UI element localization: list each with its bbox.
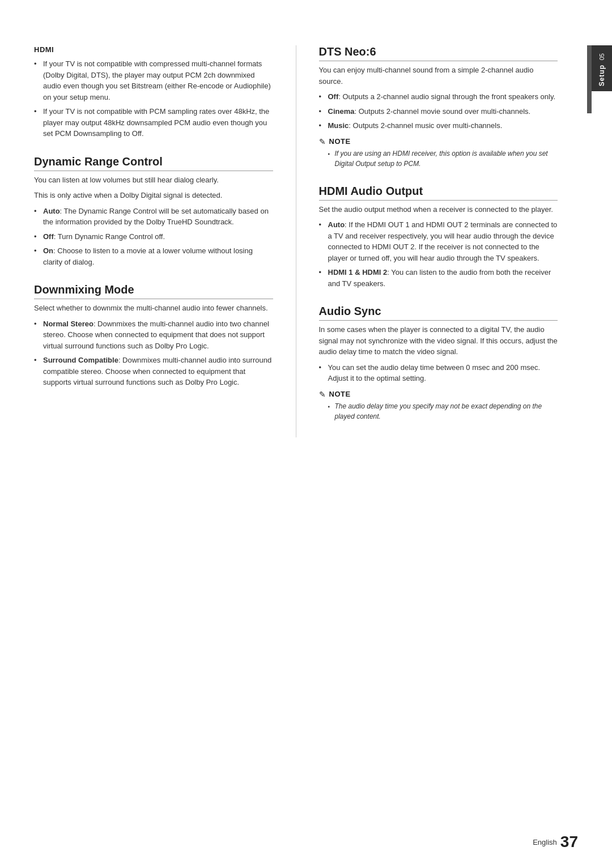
text-cinema: : Outputs 2-channel movie sound over mul… [354,107,530,116]
dynamic-range-section: Dynamic Range Control You can listen at … [34,155,273,268]
audio-sync-intro: In some cases when the player is connect… [319,324,558,358]
audio-sync-list: You can set the audio delay time between… [319,362,558,384]
term-on: On [43,246,53,255]
dynamic-range-heading: Dynamic Range Control [34,155,273,171]
list-item: HDMI 1 & HDMI 2: You can listen to the a… [319,267,558,289]
hdmi-audio-list: Auto: If the HDMI OUT 1 and HDMI OUT 2 t… [319,219,558,289]
dts-neo-section: DTS Neo:6 You can enjoy multi-channel so… [319,45,558,169]
list-item: Surround Compatible: Downmixes multi-cha… [34,355,273,388]
accent-bar [587,45,592,113]
note-label: NOTE [329,137,351,146]
hdmi-audio-section: HDMI Audio Output Set the audio output m… [319,185,558,290]
side-tab: 05 Setup [592,45,612,91]
text-on: : Choose to listen to a movie at a lower… [43,246,253,266]
downmixing-heading: Downmixing Mode [34,283,273,299]
footer-page-number: 37 [560,833,578,851]
note-list-item: If you are using an HDMI receiver, this … [328,148,558,169]
dts-neo-heading: DTS Neo:6 [319,45,558,61]
audio-sync-section: Audio Sync In some cases when the player… [319,305,558,422]
note-header-sync: ✎ NOTE [319,390,558,399]
list-item: If your TV is not compatible with compre… [34,58,273,103]
left-column: HDMI If your TV is not compatible with c… [34,45,296,437]
side-tab-number: 05 [598,53,605,60]
list-item: If your TV is not compatible with PCM sa… [34,106,273,139]
term-auto: Auto [43,207,60,215]
dts-neo-note: ✎ NOTE If you are using an HDMI receiver… [319,137,558,169]
dynamic-range-intro1: You can listen at low volumes but still … [34,175,273,186]
list-item: Auto: The Dynamic Range Control will be … [34,206,273,228]
text-auto-hdmi: : If the HDMI OUT 1 and HDMI OUT 2 termi… [328,220,558,262]
text-off-dts: : Outputs a 2-channel audio signal throu… [338,92,555,101]
list-item: Music: Outputs 2-channel music over mult… [319,120,558,131]
note-list: If you are using an HDMI receiver, this … [319,148,558,169]
term-normal-stereo: Normal Stereo [43,320,94,328]
text-music: : Outputs 2-channel music over multi-cha… [348,121,502,130]
dts-neo-list: Off: Outputs a 2-channel audio signal th… [319,91,558,131]
footer-language: English [533,838,557,846]
downmixing-list: Normal Stereo: Downmixes the multi-chann… [34,318,273,388]
term-surround: Surround Compatible [43,356,118,364]
dynamic-range-intro2: This is only active when a Dolby Digital… [34,190,273,201]
list-item: Cinema: Outputs 2-channel movie sound ov… [319,106,558,117]
hdmi-bullet-list: If your TV is not compatible with compre… [34,58,273,139]
note-list-sync: The audio delay time you specify may not… [319,401,558,422]
list-item: Normal Stereo: Downmixes the multi-chann… [34,318,273,352]
term-music: Music [328,121,349,130]
note-icon-sync: ✎ [319,390,326,399]
dynamic-range-list: Auto: The Dynamic Range Control will be … [34,206,273,268]
note-list-item-sync: The audio delay time you specify may not… [328,401,558,422]
audio-sync-note: ✎ NOTE The audio delay time you specify … [319,390,558,422]
list-item: Auto: If the HDMI OUT 1 and HDMI OUT 2 t… [319,219,558,263]
downmixing-section: Downmixing Mode Select whether to downmi… [34,283,273,388]
dts-neo-intro: You can enjoy multi-channel sound from a… [319,65,558,87]
term-hdmi12: HDMI 1 & HDMI 2 [328,268,388,276]
note-label-sync: NOTE [329,390,351,398]
hdmi-audio-intro: Set the audio output method when a recei… [319,204,558,215]
page-container: 05 Setup HDMI If your TV is not compatib… [0,0,612,868]
downmixing-intro: Select whether to downmix the multi-chan… [34,303,273,314]
content-wrapper: HDMI If your TV is not compatible with c… [0,23,592,460]
term-cinema: Cinema [328,107,355,116]
right-column: DTS Neo:6 You can enjoy multi-channel so… [296,45,558,437]
list-item: Off: Outputs a 2-channel audio signal th… [319,91,558,103]
note-icon: ✎ [319,137,326,146]
text-audio-sync: You can set the audio delay time between… [328,363,541,383]
term-off: Off [43,232,54,241]
hdmi-heading: HDMI [34,45,273,54]
note-header: ✎ NOTE [319,137,558,146]
footer: English 37 [533,833,578,851]
side-tab-label: Setup [598,60,606,91]
term-off-dts: Off [328,92,339,101]
term-auto-hdmi: Auto [328,220,345,229]
list-item: Off: Turn Dynamic Range Control off. [34,231,273,242]
audio-sync-heading: Audio Sync [319,305,558,321]
text-off: : Turn Dynamic Range Control off. [54,232,165,241]
list-item: You can set the audio delay time between… [319,362,558,384]
hdmi-section: HDMI If your TV is not compatible with c… [34,45,273,139]
text-auto: : The Dynamic Range Control will be set … [43,207,269,227]
list-item: On: Choose to listen to a movie at a low… [34,245,273,267]
hdmi-audio-heading: HDMI Audio Output [319,185,558,201]
